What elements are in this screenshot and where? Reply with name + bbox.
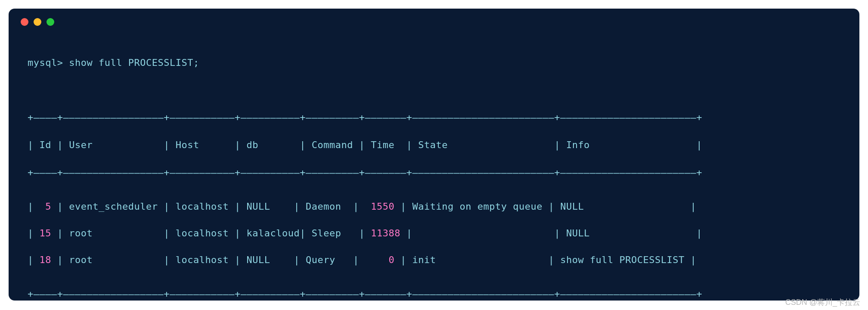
table-row: | 18 | root | localhost | NULL | Query |… (28, 247, 842, 273)
window-controls (9, 9, 859, 30)
table-border-mid: +————+—————————————————+———————————+————… (28, 166, 842, 180)
table-border-bottom: +————+—————————————————+———————————+————… (28, 287, 842, 301)
minimize-icon[interactable] (34, 18, 41, 26)
command-input[interactable]: show full PROCESSLIST; (69, 57, 199, 68)
table-row: | 5 | event_scheduler | localhost | NULL… (28, 193, 842, 220)
close-icon[interactable] (21, 18, 28, 26)
table-row: | 15 | root | localhost | kalacloud| Sle… (28, 220, 842, 247)
terminal-window: mysql> show full PROCESSLIST; +————+————… (9, 9, 859, 301)
shell-prompt: mysql> (28, 57, 63, 68)
maximize-icon[interactable] (46, 18, 54, 26)
table-header-row: | Id | User | Host | db | Command | Time… (28, 138, 842, 152)
watermark: CSDN @蒋川_卡拉云 (785, 297, 860, 307)
terminal-content: mysql> show full PROCESSLIST; +————+————… (9, 30, 859, 301)
table-border-top: +————+—————————————————+———————————+————… (28, 111, 842, 124)
